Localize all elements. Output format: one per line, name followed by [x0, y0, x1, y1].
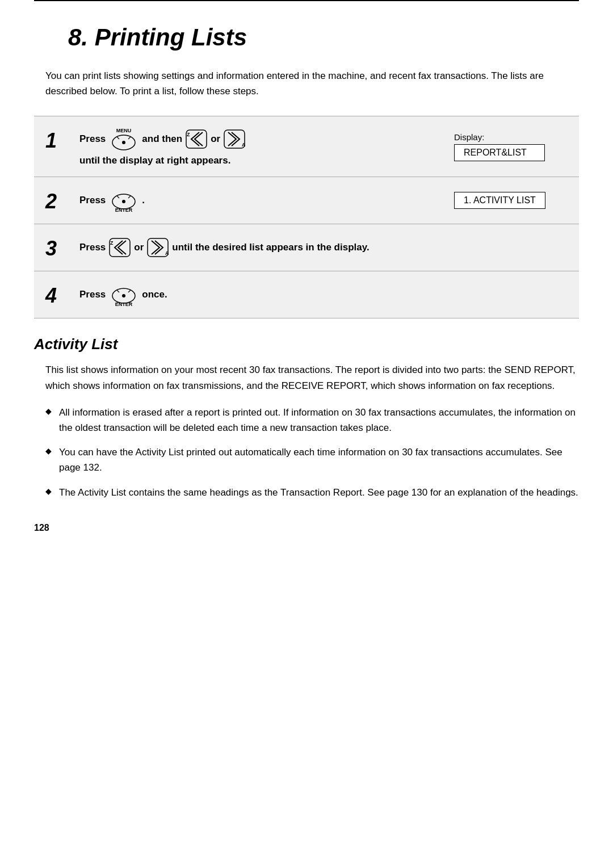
steps-table: 1 Press MENU and then: [34, 116, 579, 318]
step-number-3: 3: [45, 234, 74, 261]
activity-list-intro: This list shows information on your most…: [45, 362, 579, 393]
step-1-sub-line: until the display at right appears.: [79, 155, 230, 166]
svg-line-21: [117, 290, 119, 292]
step-4-press-label: Press: [79, 289, 106, 300]
svg-text:A: A: [242, 142, 245, 148]
step-3-or-label: or: [134, 242, 144, 253]
step-number-2: 2: [45, 187, 74, 213]
step-1-content: Press MENU and then Z: [74, 127, 443, 166]
svg-text:MENU: MENU: [116, 128, 132, 133]
step-2-period-label: .: [142, 195, 145, 206]
activity-bullet-list: All information is erased after a report…: [45, 405, 579, 500]
bullet-item-1: All information is erased after a report…: [45, 405, 579, 435]
intro-paragraph: You can print lists showing settings and…: [45, 68, 568, 99]
step-number-4: 4: [45, 282, 74, 308]
svg-line-22: [128, 290, 131, 292]
right-arrow-a-icon-1: A: [224, 129, 245, 149]
svg-point-2: [122, 141, 125, 144]
step-1-main-line: Press MENU and then Z: [79, 127, 245, 152]
top-rule: 8. Printing Lists: [34, 0, 579, 51]
step-2-press-label: Press: [79, 195, 106, 206]
step-1-display-col: Display: REPORT&LIST: [443, 132, 568, 161]
step-2-content: Press ENTER .: [74, 188, 443, 213]
right-arrow-a-icon-3: A: [147, 238, 169, 257]
svg-point-20: [122, 294, 125, 297]
step-row-1: 1 Press MENU and then: [34, 116, 579, 177]
svg-text:Z: Z: [187, 132, 190, 137]
page-title: 8. Printing Lists: [68, 24, 545, 51]
display-label-1: Display:: [454, 132, 484, 142]
activity-list-section: Activity List This list shows informatio…: [34, 336, 579, 500]
svg-text:Z: Z: [110, 240, 114, 246]
step-row-4: 4 Press ENTER once.: [34, 271, 579, 318]
step-row-3: 3 Press Z or A until the de: [34, 224, 579, 271]
svg-text:A: A: [165, 250, 169, 256]
step-2-display-col: 1. ACTIVITY LIST: [443, 192, 568, 209]
display-box-2: 1. ACTIVITY LIST: [454, 192, 545, 209]
display-box-1: REPORT&LIST: [454, 144, 545, 161]
bullet-item-3: The Activity List contains the same head…: [45, 485, 579, 500]
activity-list-title: Activity List: [34, 336, 579, 353]
step-3-until-label: until the desired list appears in the di…: [172, 242, 369, 253]
svg-point-11: [122, 200, 125, 203]
z-left-arrow-icon-3: Z: [109, 238, 131, 257]
enter-button-icon-2: ENTER: [109, 188, 138, 213]
svg-line-12: [117, 196, 119, 198]
svg-line-4: [128, 137, 131, 139]
step-1-and-then-label: and then: [142, 133, 182, 145]
step-4-content: Press ENTER once.: [74, 282, 443, 307]
step-number-1: 1: [45, 127, 74, 153]
step-4-once-label: once.: [142, 289, 167, 300]
step-1-press-label: Press: [79, 133, 106, 145]
step-1-or-label: or: [211, 133, 220, 145]
svg-line-13: [128, 196, 131, 198]
page-number: 128: [34, 523, 579, 533]
enter-button-icon-4: ENTER: [109, 282, 138, 307]
step-row-2: 2 Press ENTER . 1. ACTIVITY LIST: [34, 177, 579, 224]
step-3-press-label: Press: [79, 242, 106, 253]
z-left-arrow-icon-1: Z: [186, 129, 207, 149]
step-3-content: Press Z or A until the desired list ap: [74, 238, 443, 257]
bullet-item-2: You can have the Activity List printed o…: [45, 445, 579, 475]
menu-button-icon: MENU: [109, 127, 138, 152]
svg-line-3: [117, 137, 119, 139]
